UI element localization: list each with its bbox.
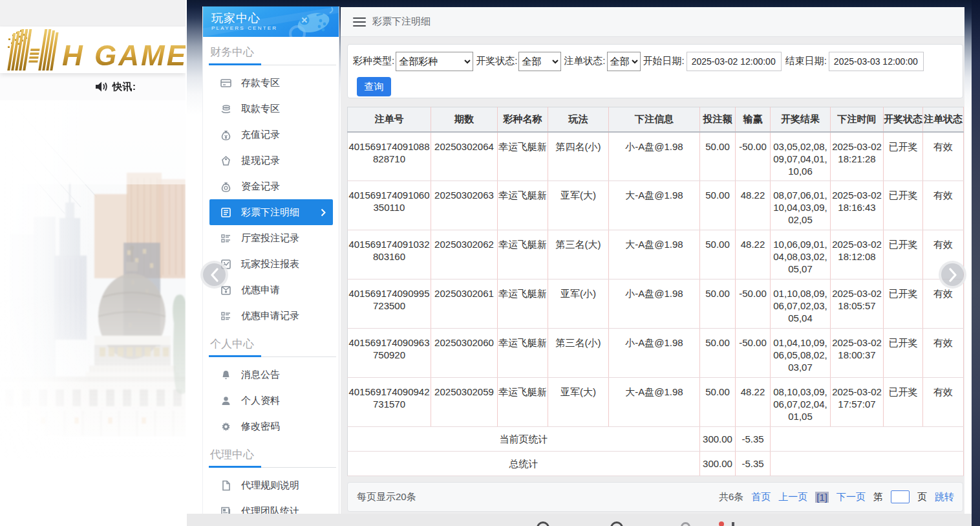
- table-cell: 已开奖: [884, 279, 923, 329]
- column-header: 输赢: [736, 107, 771, 132]
- table-cell: 第四名(小): [548, 132, 609, 181]
- prev-page-link[interactable]: 上一页: [778, 491, 807, 503]
- jump-page-input[interactable]: [891, 490, 910, 503]
- page-total-row: 当前页统计 300.00 -5.35: [348, 427, 964, 452]
- order-status-select[interactable]: 全部: [607, 52, 641, 71]
- sidebar-item-gear[interactable]: 修改密码: [203, 413, 339, 439]
- grand-total-empty: [771, 452, 964, 476]
- column-header: 下注信息: [609, 107, 700, 132]
- current-page-indicator: [1]: [815, 492, 829, 503]
- carousel-next-button[interactable]: [939, 261, 966, 289]
- footer-glyph-fragment: [732, 522, 734, 526]
- table-cell: 20250302063: [431, 181, 498, 230]
- sidebar-item-label: 消息公告: [241, 369, 280, 381]
- sidebar-item-lottery-ledger[interactable]: 彩票下注明细: [209, 199, 333, 225]
- table-cell: -50.00: [736, 132, 771, 181]
- jump-action-link[interactable]: 跳转: [935, 491, 954, 503]
- column-header: 期数: [431, 107, 498, 132]
- table-cell: 小-A盘@1.98: [609, 132, 700, 181]
- filter-row: 彩种类型: 全部彩种 开奖状态: 全部 注单状态: 全部 开始日期: 结束日期:: [353, 51, 957, 71]
- query-button[interactable]: 查询: [357, 77, 391, 96]
- news-label: 快讯:: [112, 81, 136, 93]
- table-cell: 幸运飞艇新: [498, 132, 548, 181]
- lottery-type-select[interactable]: 全部彩种: [396, 52, 473, 71]
- end-date-input[interactable]: [829, 52, 924, 71]
- table-cell: 20250302060: [431, 329, 498, 378]
- table-row: 40156917409099572350020250302061幸运飞艇新亚军(…: [348, 279, 964, 329]
- table-cell: 2025-03-02 18:12:08: [831, 230, 884, 279]
- footer-strip: [187, 514, 972, 526]
- draw-status-select[interactable]: 全部: [518, 52, 561, 71]
- start-date-input[interactable]: [687, 52, 782, 71]
- sidebar-item-recharge-bag[interactable]: 充值记录: [203, 122, 339, 148]
- start-date-label: 开始日期:: [643, 55, 685, 67]
- sidebar-item-hall-list[interactable]: 厅室投注记录: [203, 225, 339, 251]
- brand-logo-text: H GAME: [62, 39, 186, 71]
- first-page-link[interactable]: 首页: [751, 491, 771, 503]
- sidebar-item-deposit-card[interactable]: 存款专区: [203, 70, 339, 96]
- table-row: 40156917409108882871020250302064幸运飞艇新第四名…: [348, 132, 964, 181]
- page-total-bet: 300.00: [700, 427, 736, 452]
- sidebar-item-cashout-purse[interactable]: 提现记录: [203, 148, 339, 173]
- recharge-bag-icon: [220, 129, 231, 140]
- end-date-label: 结束日期:: [785, 55, 827, 67]
- table-row: 40156917409096375092020250302060幸运飞艇新第三名…: [348, 329, 964, 378]
- table-cell: 03,05,02,08,09,07,04,01,10,06: [771, 132, 831, 181]
- sidebar-header: 玩家中心 PLAYERS CENTER: [203, 6, 339, 37]
- bell-icon: [220, 369, 231, 380]
- column-header: 注单号: [348, 107, 431, 132]
- withdraw-hand-icon: [220, 104, 231, 115]
- table-cell: 已开奖: [884, 378, 923, 427]
- column-header: 开奖结果: [771, 107, 831, 132]
- brand-logo-graphic: H GAME: [0, 27, 186, 73]
- table-cell: 2025-03-02 18:16:43: [831, 181, 884, 230]
- sidebar-item-label: 代理团队统计: [241, 505, 299, 514]
- brand-logo[interactable]: H GAME: [0, 27, 186, 73]
- chevron-left-icon: [210, 268, 219, 282]
- grand-total-label: 总统计: [348, 452, 700, 476]
- table-cell: 01,10,08,09,06,07,02,03,05,04: [771, 279, 831, 329]
- table-cell: 50.00: [700, 378, 736, 427]
- carousel-prev-button[interactable]: [200, 261, 228, 289]
- sidebar-item-label: 厅室投注记录: [241, 232, 299, 245]
- table-cell: 有效: [923, 329, 964, 378]
- background-right-edge: [972, 0, 980, 526]
- table-cell: 48.22: [736, 181, 771, 230]
- sidebar-section-underline: [209, 63, 336, 65]
- left-banner-pane: H GAME 快讯:: [0, 0, 186, 526]
- sidebar-item-document[interactable]: 代理规则说明: [203, 472, 339, 498]
- sidebar-item-label: 彩票下注明细: [241, 206, 299, 219]
- column-header: 开奖状态: [884, 107, 923, 132]
- sidebar-item-label: 资金记录: [241, 181, 280, 193]
- sidebar-item-withdraw-hand[interactable]: 取款专区: [203, 96, 339, 122]
- column-header: 下注时间: [831, 107, 884, 132]
- table-cell: -50.00: [736, 279, 771, 329]
- main-content: 彩票下注明细 彩种类型: 全部彩种 开奖状态: 全部 注单状态: 全部 开始日期…: [341, 7, 964, 514]
- grand-total-row: 总统计 300.00 -5.35: [348, 452, 964, 476]
- page-title: 彩票下注明细: [372, 16, 431, 28]
- table-cell: 幸运飞艇新: [498, 329, 548, 378]
- table-cell: 幸运飞艇新: [498, 181, 548, 230]
- table-cell: 50.00: [700, 230, 736, 279]
- table-cell: 01,04,10,09,06,05,08,02,03,07: [771, 329, 831, 378]
- table-cell: 401569174091032803160: [348, 230, 431, 279]
- sidebar-item-label: 修改密码: [241, 421, 280, 433]
- table-cell: 2025-03-02 18:00:37: [831, 329, 884, 378]
- bet-detail-table: 注单号期数彩种名称玩法下注信息投注额输赢开奖结果下注时间开奖状态注单状态 401…: [347, 107, 964, 476]
- table-cell: 小-A盘@1.98: [609, 279, 700, 329]
- sidebar-item-team-stats[interactable]: 代理团队统计: [203, 498, 339, 514]
- table-row: 40156917409103280316020250302062幸运飞艇新第三名…: [348, 230, 964, 279]
- sidebar-item-promo-record[interactable]: 优惠申请记录: [203, 303, 339, 329]
- column-header: 玩法: [548, 107, 609, 132]
- sidebar-item-person[interactable]: 个人资料: [203, 388, 339, 413]
- table-cell: 小-A盘@1.98: [609, 329, 700, 378]
- table-cell: 48.22: [736, 230, 771, 279]
- next-page-link[interactable]: 下一页: [836, 491, 866, 503]
- sidebar-item-bell[interactable]: 消息公告: [203, 362, 339, 388]
- table-cell: 401569174091088828710: [348, 132, 431, 181]
- menu-toggle-icon[interactable]: [353, 17, 366, 27]
- cashout-purse-icon: [220, 155, 231, 166]
- pagination-controls: 共6条 首页 上一页 [1] 下一页 第 页 跳转: [719, 490, 954, 503]
- sidebar-item-funds-bag[interactable]: 资金记录: [203, 173, 339, 199]
- chevron-right-icon: [948, 268, 957, 282]
